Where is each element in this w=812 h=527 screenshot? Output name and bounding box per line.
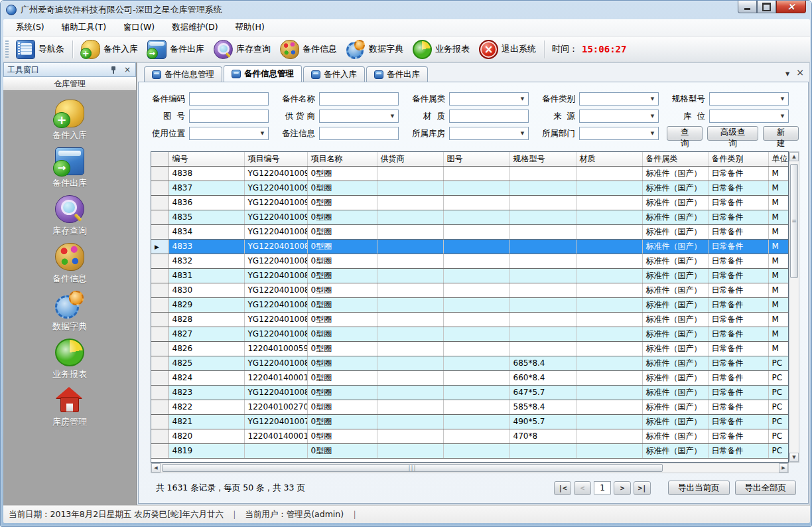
cell[interactable]: M bbox=[768, 181, 789, 195]
sidebar-item-parts-outbound[interactable]: 备件出库 bbox=[52, 147, 87, 189]
row-selector[interactable] bbox=[151, 195, 169, 210]
cell[interactable] bbox=[509, 254, 576, 268]
cell[interactable] bbox=[443, 443, 509, 458]
cell[interactable] bbox=[509, 297, 576, 312]
cell[interactable]: YG12204010088 bbox=[244, 239, 307, 254]
dropdown-field[interactable] bbox=[449, 127, 529, 140]
next-page-button[interactable]: > bbox=[614, 481, 631, 495]
cell[interactable] bbox=[509, 181, 576, 195]
cell[interactable] bbox=[377, 181, 443, 195]
table-row[interactable]: 482612204010005990型圈标准件（国产）日常备件M bbox=[151, 341, 789, 356]
sidebar-group-header[interactable]: 仓库管理 bbox=[3, 77, 136, 91]
cell[interactable]: PC bbox=[768, 400, 789, 414]
cell[interactable]: 490*5.7 bbox=[509, 414, 576, 429]
cell[interactable]: 0型圈 bbox=[307, 429, 377, 443]
cell[interactable] bbox=[443, 195, 509, 210]
column-header[interactable]: 材质 bbox=[576, 152, 642, 166]
cell[interactable] bbox=[576, 195, 642, 210]
cell[interactable]: 4838 bbox=[169, 166, 244, 181]
table-row[interactable]: 4823YG122040100800型圈647*5.7标准件（国产）日常备件PC bbox=[151, 385, 789, 400]
cell[interactable]: 4832 bbox=[169, 254, 244, 268]
cell[interactable]: 685*8.4 bbox=[509, 356, 576, 370]
cell[interactable] bbox=[576, 443, 642, 458]
menu-item-help[interactable]: 帮助(H) bbox=[227, 19, 273, 36]
cell[interactable] bbox=[443, 429, 509, 443]
cell[interactable] bbox=[509, 210, 576, 224]
cell[interactable]: 0型圈 bbox=[307, 341, 377, 356]
minimize-button[interactable] bbox=[738, 1, 757, 13]
cell[interactable]: YG12204010091 bbox=[244, 195, 307, 210]
cell[interactable]: 日常备件 bbox=[708, 327, 768, 341]
cell[interactable]: 标准件（国产） bbox=[642, 195, 708, 210]
cell[interactable] bbox=[509, 312, 576, 327]
menu-item-data-maintenance[interactable]: 数据维护(D) bbox=[163, 19, 226, 36]
cell[interactable]: M bbox=[768, 268, 789, 283]
cell[interactable]: M bbox=[768, 224, 789, 239]
table-row[interactable]: 482012204014000130型圈470*8标准件（国产）日常备件PC bbox=[151, 429, 789, 443]
toolbar-button-parts-info[interactable]: 备件信息 bbox=[275, 38, 342, 60]
row-selector[interactable] bbox=[151, 429, 169, 443]
cell[interactable] bbox=[509, 224, 576, 239]
cell[interactable]: 0型圈 bbox=[307, 327, 377, 341]
page-number-input[interactable] bbox=[594, 481, 611, 494]
cell[interactable]: 标准件（国产） bbox=[642, 181, 708, 195]
cell[interactable] bbox=[576, 210, 642, 224]
cell[interactable] bbox=[576, 429, 642, 443]
cell[interactable]: 4825 bbox=[169, 356, 244, 370]
cell[interactable]: 0型圈 bbox=[307, 210, 377, 224]
tab-1[interactable]: 备件信息管理 bbox=[224, 65, 302, 82]
cell[interactable]: YG12204010087 bbox=[244, 254, 307, 268]
query-button[interactable]: 查询 bbox=[667, 126, 703, 141]
toolbar-button-parts-outbound[interactable]: 备件出库 bbox=[143, 38, 209, 60]
cell[interactable]: 4837 bbox=[169, 181, 244, 195]
cell[interactable]: 1220401400012 bbox=[244, 370, 307, 385]
cell[interactable] bbox=[443, 239, 509, 254]
cell[interactable]: 日常备件 bbox=[708, 195, 768, 210]
cell[interactable] bbox=[576, 283, 642, 297]
cell[interactable]: 0型圈 bbox=[307, 414, 377, 429]
column-header[interactable]: 单位 bbox=[768, 152, 789, 166]
row-selector[interactable] bbox=[151, 312, 169, 327]
cell[interactable]: 标准件（国产） bbox=[642, 254, 708, 268]
cell[interactable] bbox=[576, 341, 642, 356]
row-selector[interactable] bbox=[151, 210, 169, 224]
toolbar-button-exit-system[interactable]: 退出系统 bbox=[474, 38, 541, 60]
cell[interactable]: YG12204010084 bbox=[244, 297, 307, 312]
cell[interactable]: 1220401400013 bbox=[244, 429, 307, 443]
cell[interactable]: M bbox=[768, 239, 789, 254]
scroll-down-icon[interactable] bbox=[789, 453, 799, 462]
row-selector[interactable] bbox=[151, 400, 169, 414]
sidebar-item-parts-info[interactable]: 备件信息 bbox=[52, 243, 87, 285]
scroll-left-icon[interactable] bbox=[151, 463, 161, 473]
cell[interactable] bbox=[443, 166, 509, 181]
cell[interactable] bbox=[576, 239, 642, 254]
column-header[interactable]: 项目编号 bbox=[244, 152, 307, 166]
toolbar-grip[interactable] bbox=[5, 40, 9, 58]
cell[interactable]: 4826 bbox=[169, 341, 244, 356]
cell[interactable]: M bbox=[768, 195, 789, 210]
cell[interactable]: 4827 bbox=[169, 327, 244, 341]
cell[interactable] bbox=[377, 268, 443, 283]
cell[interactable]: 标准件（国产） bbox=[642, 327, 708, 341]
cell[interactable]: 日常备件 bbox=[708, 429, 768, 443]
cell[interactable]: 4819 bbox=[169, 443, 244, 458]
cell[interactable]: 0型圈 bbox=[307, 224, 377, 239]
cell[interactable]: 标准件（国产） bbox=[642, 210, 708, 224]
cell[interactable]: M bbox=[768, 283, 789, 297]
cell[interactable]: 标准件（国产） bbox=[642, 370, 708, 385]
column-header[interactable]: 备件类别 bbox=[708, 152, 768, 166]
cell[interactable]: 标准件（国产） bbox=[642, 283, 708, 297]
cell[interactable] bbox=[443, 210, 509, 224]
cell[interactable]: YG12204010093 bbox=[244, 166, 307, 181]
cell[interactable]: 4835 bbox=[169, 210, 244, 224]
table-row[interactable]: 4836YG122040100910型圈标准件（国产）日常备件M bbox=[151, 195, 789, 210]
dropdown-field[interactable] bbox=[319, 110, 399, 123]
toolbar-button-inventory-query[interactable]: 库存查询 bbox=[209, 38, 275, 60]
cell[interactable]: PC bbox=[768, 385, 789, 400]
cell[interactable] bbox=[377, 195, 443, 210]
cell[interactable] bbox=[244, 443, 307, 458]
row-selector[interactable] bbox=[151, 283, 169, 297]
cell[interactable] bbox=[377, 210, 443, 224]
cell[interactable]: 4828 bbox=[169, 312, 244, 327]
column-header[interactable]: 供货商 bbox=[377, 152, 443, 166]
